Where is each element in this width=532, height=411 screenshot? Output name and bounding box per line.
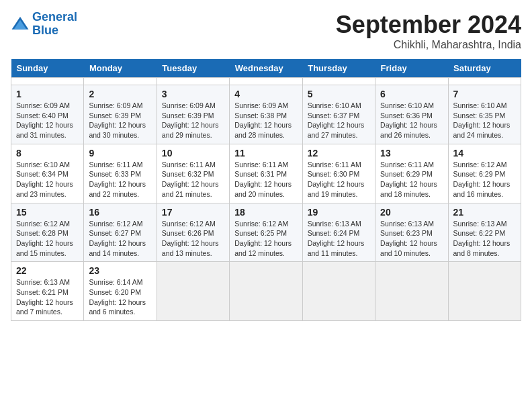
day-number: 1 [16, 89, 79, 99]
day-number: 17 [162, 207, 224, 218]
day-number: 11 [234, 148, 297, 158]
calendar-row: 22 Sunrise: 6:13 AM Sunset: 6:21 PM Dayl… [11, 262, 521, 321]
day-detail: Sunrise: 6:12 AM Sunset: 6:27 PM Dayligh… [89, 219, 151, 259]
day-detail: Sunrise: 6:12 AM Sunset: 6:26 PM Dayligh… [162, 219, 224, 259]
table-cell: 3 Sunrise: 6:09 AM Sunset: 6:39 PM Dayli… [157, 85, 229, 144]
header-tuesday: Tuesday [157, 59, 229, 78]
day-number: 18 [234, 207, 297, 218]
day-number: 13 [380, 148, 443, 158]
table-cell: 10 Sunrise: 6:11 AM Sunset: 6:32 PM Dayl… [157, 144, 229, 203]
logo-text: General Blue [32, 11, 77, 38]
table-cell: 8 Sunrise: 6:10 AM Sunset: 6:34 PM Dayli… [11, 144, 84, 203]
day-detail: Sunrise: 6:09 AM Sunset: 6:38 PM Dayligh… [234, 101, 297, 140]
day-detail: Sunrise: 6:09 AM Sunset: 6:39 PM Dayligh… [162, 101, 224, 140]
day-detail: Sunrise: 6:11 AM Sunset: 6:30 PM Dayligh… [308, 160, 370, 199]
day-detail: Sunrise: 6:11 AM Sunset: 6:32 PM Dayligh… [162, 160, 224, 199]
day-number: 21 [453, 207, 516, 218]
day-number: 14 [453, 148, 516, 158]
calendar-row [11, 78, 521, 85]
table-cell: 23 Sunrise: 6:14 AM Sunset: 6:20 PM Dayl… [84, 262, 157, 321]
table-cell: 5 Sunrise: 6:10 AM Sunset: 6:37 PM Dayli… [302, 85, 375, 144]
day-number: 20 [380, 207, 443, 218]
logo: General Blue [11, 11, 77, 38]
table-cell: 4 Sunrise: 6:09 AM Sunset: 6:38 PM Dayli… [230, 85, 302, 144]
day-number: 15 [16, 207, 79, 218]
day-detail: Sunrise: 6:12 AM Sunset: 6:25 PM Dayligh… [234, 219, 297, 259]
days-header-row: Sunday Monday Tuesday Wednesday Thursday… [11, 59, 521, 78]
day-number: 2 [89, 89, 151, 99]
page-header: General Blue September 2024 Chikhli, Mah… [11, 11, 521, 51]
logo-icon [11, 15, 30, 34]
day-number: 16 [89, 207, 151, 218]
table-cell [448, 262, 521, 321]
day-detail: Sunrise: 6:09 AM Sunset: 6:39 PM Dayligh… [89, 101, 151, 140]
day-detail: Sunrise: 6:13 AM Sunset: 6:22 PM Dayligh… [453, 219, 516, 259]
table-cell: 13 Sunrise: 6:11 AM Sunset: 6:29 PM Dayl… [375, 144, 448, 203]
day-number: 5 [308, 89, 370, 99]
table-cell [375, 262, 448, 321]
table-cell: 12 Sunrise: 6:11 AM Sunset: 6:30 PM Dayl… [302, 144, 375, 203]
table-cell [157, 78, 229, 85]
day-detail: Sunrise: 6:10 AM Sunset: 6:35 PM Dayligh… [453, 101, 516, 140]
day-number: 19 [308, 207, 370, 218]
day-number: 10 [162, 148, 224, 158]
table-cell: 14 Sunrise: 6:12 AM Sunset: 6:29 PM Dayl… [448, 144, 521, 203]
table-cell: 20 Sunrise: 6:13 AM Sunset: 6:23 PM Dayl… [375, 203, 448, 262]
table-cell [448, 78, 521, 85]
calendar-row: 8 Sunrise: 6:10 AM Sunset: 6:34 PM Dayli… [11, 144, 521, 203]
table-cell [230, 262, 302, 321]
table-cell: 9 Sunrise: 6:11 AM Sunset: 6:33 PM Dayli… [84, 144, 157, 203]
day-number: 9 [89, 148, 151, 158]
day-detail: Sunrise: 6:11 AM Sunset: 6:31 PM Dayligh… [234, 160, 297, 199]
day-detail: Sunrise: 6:09 AM Sunset: 6:40 PM Dayligh… [16, 101, 79, 140]
table-cell [302, 262, 375, 321]
header-wednesday: Wednesday [230, 59, 302, 78]
table-cell [84, 78, 157, 85]
header-thursday: Thursday [302, 59, 375, 78]
day-detail: Sunrise: 6:13 AM Sunset: 6:24 PM Dayligh… [308, 219, 370, 259]
day-detail: Sunrise: 6:12 AM Sunset: 6:28 PM Dayligh… [16, 219, 79, 259]
table-cell: 19 Sunrise: 6:13 AM Sunset: 6:24 PM Dayl… [302, 203, 375, 262]
day-number: 7 [453, 89, 516, 99]
calendar-row: 1 Sunrise: 6:09 AM Sunset: 6:40 PM Dayli… [11, 85, 521, 144]
table-cell: 11 Sunrise: 6:11 AM Sunset: 6:31 PM Dayl… [230, 144, 302, 203]
location-subtitle: Chikhli, Maharashtra, India [336, 39, 521, 51]
day-detail: Sunrise: 6:10 AM Sunset: 6:34 PM Dayligh… [16, 160, 79, 199]
day-detail: Sunrise: 6:10 AM Sunset: 6:37 PM Dayligh… [308, 101, 370, 140]
table-cell: 18 Sunrise: 6:12 AM Sunset: 6:25 PM Dayl… [230, 203, 302, 262]
day-number: 3 [162, 89, 224, 99]
day-detail: Sunrise: 6:11 AM Sunset: 6:29 PM Dayligh… [380, 160, 443, 199]
table-cell: 21 Sunrise: 6:13 AM Sunset: 6:22 PM Dayl… [448, 203, 521, 262]
header-monday: Monday [84, 59, 157, 78]
table-cell: 22 Sunrise: 6:13 AM Sunset: 6:21 PM Dayl… [11, 262, 84, 321]
day-detail: Sunrise: 6:11 AM Sunset: 6:33 PM Dayligh… [89, 160, 151, 199]
day-detail: Sunrise: 6:14 AM Sunset: 6:20 PM Dayligh… [89, 277, 151, 317]
title-block: September 2024 Chikhli, Maharashtra, Ind… [336, 11, 521, 51]
table-cell: 16 Sunrise: 6:12 AM Sunset: 6:27 PM Dayl… [84, 203, 157, 262]
logo-line2: Blue [32, 24, 58, 37]
table-cell [375, 78, 448, 85]
table-cell [11, 78, 84, 85]
day-number: 8 [16, 148, 79, 158]
month-title: September 2024 [336, 11, 521, 39]
table-cell: 6 Sunrise: 6:10 AM Sunset: 6:36 PM Dayli… [375, 85, 448, 144]
day-detail: Sunrise: 6:12 AM Sunset: 6:29 PM Dayligh… [453, 160, 516, 199]
header-sunday: Sunday [11, 59, 84, 78]
day-number: 6 [380, 89, 443, 99]
day-detail: Sunrise: 6:13 AM Sunset: 6:21 PM Dayligh… [16, 277, 79, 317]
table-cell [302, 78, 375, 85]
logo-line1: General [32, 10, 77, 24]
table-cell: 2 Sunrise: 6:09 AM Sunset: 6:39 PM Dayli… [84, 85, 157, 144]
calendar-row: 15 Sunrise: 6:12 AM Sunset: 6:28 PM Dayl… [11, 203, 521, 262]
day-number: 23 [89, 265, 151, 276]
calendar-table: Sunday Monday Tuesday Wednesday Thursday… [11, 59, 521, 321]
table-cell: 17 Sunrise: 6:12 AM Sunset: 6:26 PM Dayl… [157, 203, 229, 262]
day-number: 12 [308, 148, 370, 158]
header-saturday: Saturday [448, 59, 521, 78]
table-cell [230, 78, 302, 85]
table-cell: 7 Sunrise: 6:10 AM Sunset: 6:35 PM Dayli… [448, 85, 521, 144]
day-number: 22 [16, 265, 79, 276]
day-number: 4 [234, 89, 297, 99]
day-detail: Sunrise: 6:10 AM Sunset: 6:36 PM Dayligh… [380, 101, 443, 140]
table-cell: 15 Sunrise: 6:12 AM Sunset: 6:28 PM Dayl… [11, 203, 84, 262]
